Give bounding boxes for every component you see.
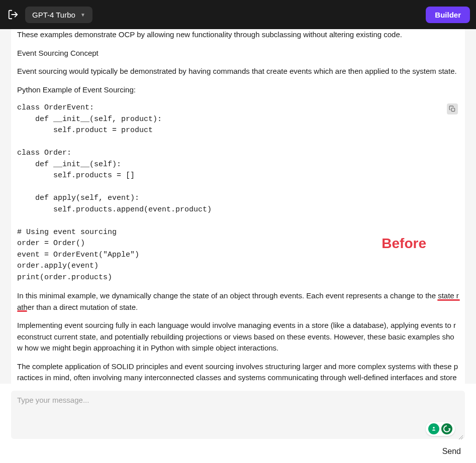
svg-point-2: [433, 427, 435, 429]
app-header: GPT-4 Turbo ▼ Builder: [0, 0, 476, 29]
model-name: GPT-4 Turbo: [32, 11, 75, 19]
input-area: Send: [0, 384, 476, 463]
before-annotation: Before: [382, 236, 426, 252]
paragraph: Python Example of Event Sourcing:: [17, 84, 459, 96]
grammarly-icon[interactable]: [428, 423, 439, 434]
assistant-message: These examples demonstrate OCP by allowi…: [11, 29, 465, 384]
svg-rect-1: [451, 108, 454, 111]
code-block: class OrderEvent: def __init__(self, pro…: [17, 102, 459, 283]
chevron-down-icon: ▼: [80, 12, 85, 18]
paragraph: Implementing event sourcing fully in eac…: [17, 320, 459, 354]
code-content: class OrderEvent: def __init__(self, pro…: [17, 102, 459, 283]
extension-icon[interactable]: [441, 423, 452, 434]
copy-code-button[interactable]: [447, 103, 458, 114]
model-selector[interactable]: GPT-4 Turbo ▼: [25, 7, 92, 23]
chat-content: These examples demonstrate OCP by allowi…: [0, 29, 476, 384]
annotation-underline: [17, 310, 27, 312]
section-heading: Event Sourcing Concept: [17, 48, 459, 59]
paragraph: These examples demonstrate OCP by allowi…: [17, 29, 459, 41]
paragraph: In this minimal example, we dynamically …: [17, 290, 459, 313]
annotation-underline: [437, 299, 460, 301]
extension-badges: [426, 422, 455, 436]
paragraph: The complete application of SOLID princi…: [17, 361, 459, 384]
send-button[interactable]: Send: [438, 445, 465, 458]
paragraph: Event sourcing would typically be demons…: [17, 66, 459, 77]
builder-button[interactable]: Builder: [426, 7, 470, 23]
exit-icon[interactable]: [6, 8, 20, 22]
message-input[interactable]: [11, 391, 465, 439]
